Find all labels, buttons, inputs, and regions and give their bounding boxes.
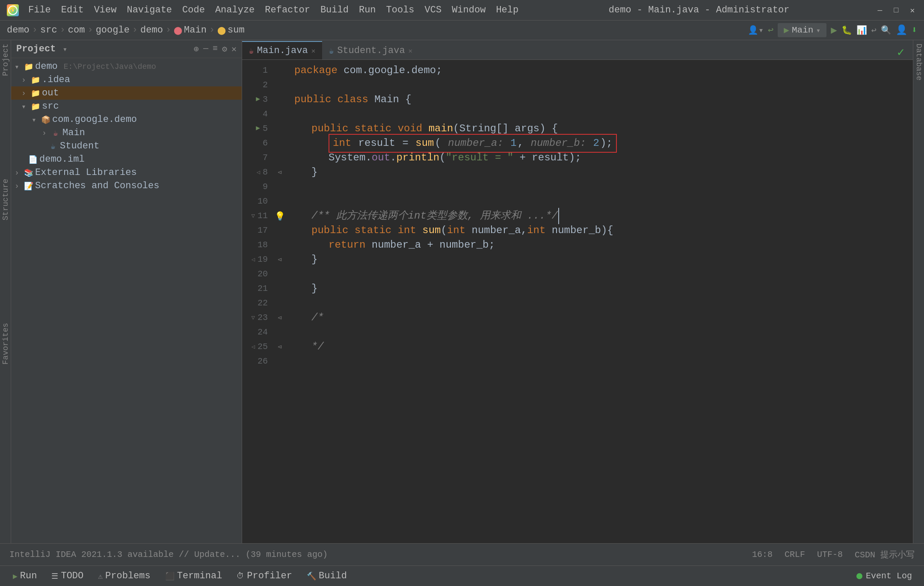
cursor-position[interactable]: 16:8 xyxy=(749,549,775,560)
sidebar-close-icon[interactable]: ✕ xyxy=(231,44,237,54)
menu-tools[interactable]: Tools xyxy=(382,3,419,17)
bottom-tab-profiler[interactable]: ⏱ Profiler xyxy=(231,568,298,584)
tab-close-main[interactable]: ✕ xyxy=(311,47,316,55)
maximize-button[interactable]: □ xyxy=(891,6,901,15)
toolbar-right: 👤▾ ↩ ▶ Main ▾ ▶ 🐛 📊 ↩ 🔍 👤 ⬇ xyxy=(748,23,917,37)
breadcrumb-sum[interactable]: ⬤ sum xyxy=(217,25,245,36)
sidebar-item-ext-libs[interactable]: › 📚 External Libraries xyxy=(11,166,242,179)
menu-help[interactable]: Help xyxy=(492,3,523,17)
menu-window[interactable]: Window xyxy=(447,3,490,17)
database-label[interactable]: Database xyxy=(915,44,923,80)
sidebar-settings-icon[interactable]: ⚙ xyxy=(222,44,227,54)
window-title: demo - Main.java - Administrator xyxy=(609,5,789,15)
sidebar-item-scratches[interactable]: › 📝 Scratches and Consoles xyxy=(11,179,242,192)
bottom-tab-todo[interactable]: ☰ TODO xyxy=(45,568,89,584)
bookmark-23[interactable]: ⊲ xyxy=(278,314,282,322)
sidebar-item-student[interactable]: ☕ Student xyxy=(11,139,242,153)
sidebar-item-package[interactable]: ▾ 📦 com.google.demo xyxy=(11,113,242,126)
ln-1: 1 xyxy=(246,63,268,78)
code-content[interactable]: package com.google.demo; public class Ma… xyxy=(287,60,913,543)
folder-icon-idea: 📁 xyxy=(31,75,39,85)
bottom-toolbar: ▶ Run ☰ TODO ⚠ Problems ⬛ Terminal ⏱ Pro… xyxy=(0,565,924,586)
ln-6: 6 xyxy=(246,136,268,151)
context-label[interactable]: CSDN 提示小写 xyxy=(852,548,917,561)
encoding[interactable]: UTF-8 xyxy=(814,549,845,560)
menu-vcs[interactable]: VCS xyxy=(421,3,446,17)
fold-19[interactable]: ◁ xyxy=(252,255,255,264)
user-icon[interactable]: 👤▾ xyxy=(748,25,764,36)
bottom-tab-run[interactable]: ▶ Run xyxy=(7,568,43,584)
tab-main-java[interactable]: ☕ Main.java ✕ xyxy=(242,41,322,59)
menu-edit[interactable]: Edit xyxy=(57,3,88,17)
bookmark-25[interactable]: ⊲ xyxy=(278,343,282,351)
sep3: › xyxy=(87,25,93,36)
menu-analyze[interactable]: Analyze xyxy=(211,3,259,17)
run-config-selector[interactable]: ▶ Main ▾ xyxy=(778,23,826,37)
close-button[interactable]: ✕ xyxy=(908,6,917,15)
bookmark-8[interactable]: ⊲ xyxy=(278,168,282,177)
status-message[interactable]: IntelliJ IDEA 2021.1.3 available // Upda… xyxy=(7,549,330,560)
menu-refactor[interactable]: Refactor xyxy=(261,3,314,17)
sidebar-item-demo[interactable]: ▾ 📁 demo E:\Project\Java\demo xyxy=(11,60,242,73)
gutter-18 xyxy=(272,238,287,252)
event-log-button[interactable]: Event Log xyxy=(851,569,917,583)
run-arrow-5[interactable]: ▶ xyxy=(256,123,260,134)
ln-7: 7 xyxy=(246,151,268,165)
breadcrumb-src[interactable]: src xyxy=(40,25,57,36)
sidebar-tree: ▾ 📁 demo E:\Project\Java\demo › 📁 .idea … xyxy=(11,58,242,543)
tab-student-java[interactable]: ☕ Student.java ✕ xyxy=(322,41,419,59)
sidebar-item-idea[interactable]: › 📁 .idea xyxy=(11,73,242,86)
menu-code[interactable]: Code xyxy=(178,3,209,17)
project-label[interactable]: Project xyxy=(1,44,10,76)
menu-navigate[interactable]: Navigate xyxy=(122,3,176,17)
code-editor[interactable]: 1 2 ▶ 3 4 ▶ 5 6 7 ◁ 8 9 10 xyxy=(242,60,913,543)
run-button[interactable]: ▶ xyxy=(831,24,837,36)
bottom-tab-build[interactable]: 🔨 Build xyxy=(301,568,353,584)
update-icon[interactable]: ⬇ xyxy=(912,24,917,36)
run-arrow-3[interactable]: ▶ xyxy=(256,94,260,105)
search-everywhere-icon[interactable]: 🔍 xyxy=(881,25,891,36)
app-logo xyxy=(7,4,19,16)
menu-view[interactable]: View xyxy=(90,3,121,17)
expand-arrow-src: ▾ xyxy=(21,102,28,111)
tree-label-idea: .idea xyxy=(42,74,70,85)
sidebar-dropdown-arrow[interactable]: ▾ xyxy=(62,44,67,54)
sidebar-item-src[interactable]: ▾ 📁 src xyxy=(11,100,242,113)
tab-close-student[interactable]: ✕ xyxy=(409,47,413,55)
coverage-button[interactable]: 📊 xyxy=(856,25,867,36)
fold-23[interactable]: ▽ xyxy=(252,313,255,323)
run-config-label: Main xyxy=(792,25,813,35)
breadcrumb-main[interactable]: ⬤ Main xyxy=(174,25,207,36)
menu-run[interactable]: Run xyxy=(355,3,380,17)
bulb-icon-11[interactable]: 💡 xyxy=(275,211,285,222)
sidebar-item-main[interactable]: › ☕ Main xyxy=(11,126,242,139)
tree-label-main: Main xyxy=(62,127,85,138)
minimize-button[interactable]: — xyxy=(875,6,885,15)
fold-25[interactable]: ◁ xyxy=(252,342,255,352)
favorites-label[interactable]: Favorites xyxy=(1,323,10,364)
redo-button[interactable]: ↩ xyxy=(871,25,877,36)
sidebar-item-out[interactable]: › 📁 out xyxy=(11,86,242,100)
sidebar-item-iml[interactable]: 📄 demo.iml xyxy=(11,153,242,166)
sidebar-collapse-icon[interactable]: — xyxy=(203,44,208,54)
menu-build[interactable]: Build xyxy=(316,3,353,17)
user-avatar[interactable]: 👤 xyxy=(896,24,907,36)
breadcrumb-demo2[interactable]: demo xyxy=(140,25,163,36)
breadcrumb-com[interactable]: com xyxy=(68,25,85,36)
code-line-11: /** 此方法传递两个int类型参数, 用来求和 ...*/ xyxy=(294,209,913,223)
menu-file[interactable]: File xyxy=(24,3,55,17)
bottom-tab-terminal[interactable]: ⬛ Terminal xyxy=(159,568,228,584)
sidebar-locate-icon[interactable]: ⊕ xyxy=(194,44,199,54)
structure-label[interactable]: Structure xyxy=(1,179,10,220)
fold-8[interactable]: ◁ xyxy=(257,168,260,177)
line-ending[interactable]: CRLF xyxy=(782,549,808,560)
breadcrumb-demo[interactable]: demo xyxy=(7,25,30,36)
bookmark-19[interactable]: ⊲ xyxy=(278,255,282,264)
sidebar-sort-icon[interactable]: ≡ xyxy=(213,44,218,54)
undo-icon[interactable]: ↩ xyxy=(768,24,773,36)
debug-button[interactable]: 🐛 xyxy=(841,25,852,36)
breadcrumb-google[interactable]: google xyxy=(96,25,130,36)
fold-11[interactable]: ▽ xyxy=(252,211,255,221)
bottom-tab-problems[interactable]: ⚠ Problems xyxy=(92,568,156,584)
status-left: IntelliJ IDEA 2021.1.3 available // Upda… xyxy=(7,549,330,560)
